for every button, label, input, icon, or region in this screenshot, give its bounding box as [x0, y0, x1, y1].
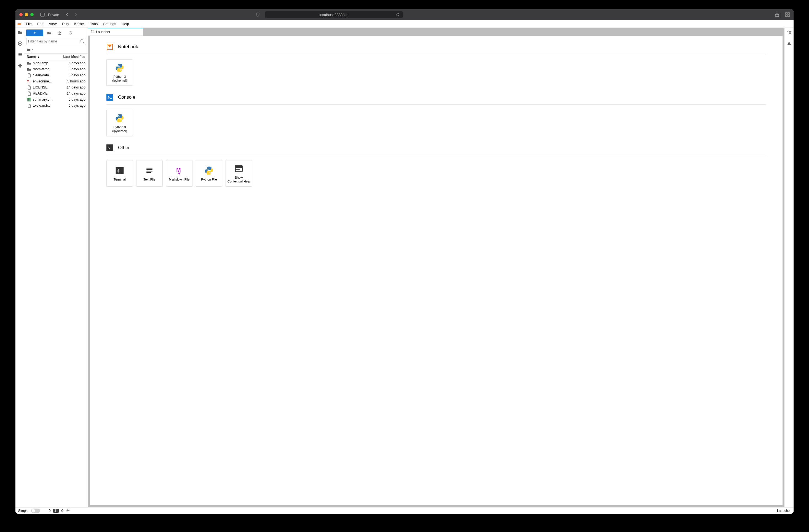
property-inspector-icon[interactable]: [787, 30, 791, 35]
file-row[interactable]: room-temp5 days ago: [24, 66, 88, 72]
window-zoom-button[interactable]: [30, 13, 34, 16]
file-row[interactable]: clean-data5 days ago: [24, 72, 88, 78]
address-bar[interactable]: localhost:8888/lab: [265, 11, 403, 18]
menu-file[interactable]: File: [23, 20, 34, 28]
launcher-card-textfile[interactable]: Text File: [136, 160, 163, 187]
markdown-icon: M: [174, 165, 185, 176]
breadcrumb[interactable]: /: [24, 47, 88, 54]
notebook-section-icon: [106, 43, 113, 50]
running-tab-icon[interactable]: [18, 41, 23, 46]
launcher-card-terminal[interactable]: $_Terminal: [106, 160, 133, 187]
folder-icon: [27, 67, 31, 71]
file-icon: [27, 85, 31, 90]
debugger-icon[interactable]: [787, 41, 791, 47]
file-row[interactable]: high-temp5 days ago: [24, 60, 88, 66]
launcher-card-python[interactable]: Python 3 (ipykernel): [106, 59, 133, 86]
svg-line-55: [788, 42, 789, 42]
simple-mode-toggle[interactable]: [31, 509, 40, 513]
svg-rect-6: [788, 15, 789, 17]
kernels-settings-icon[interactable]: [66, 508, 70, 513]
new-folder-button[interactable]: [45, 30, 54, 36]
menu-kernel[interactable]: Kernel: [71, 20, 87, 28]
share-icon[interactable]: [775, 13, 779, 17]
nav-forward-button[interactable]: [73, 13, 78, 17]
file-row[interactable]: Y:environme…5 hours ago: [24, 78, 88, 84]
status-bar: Simple 0 $_ 0 Launcher: [15, 507, 794, 514]
sidebar-toggle-icon[interactable]: [40, 13, 45, 17]
launcher-card-help[interactable]: Show Contextual Help: [226, 160, 252, 187]
filter-files-box[interactable]: [26, 38, 86, 45]
file-icon: [27, 73, 31, 77]
filebrowser-tab-icon[interactable]: [18, 30, 23, 35]
launcher-section-other: $_Other$_TerminalText FileMMarkdown File…: [106, 144, 766, 187]
menu-run[interactable]: Run: [59, 20, 71, 28]
launcher-section-console: ConsolePython 3 (ipykernel): [106, 94, 766, 136]
file-name: room-temp: [33, 67, 69, 71]
python-icon: [114, 113, 125, 124]
terminals-badge-icon[interactable]: $_: [53, 509, 58, 513]
jupyter-logo[interactable]: [15, 20, 23, 28]
browser-window: Private localhost:8888/lab: [15, 9, 794, 514]
toc-tab-icon[interactable]: [18, 52, 23, 57]
filebrowser-toolbar: +: [24, 28, 88, 38]
svg-rect-3: [786, 13, 787, 14]
file-row[interactable]: to-clean.txt5 days ago: [24, 103, 88, 109]
nav-back-button[interactable]: [65, 13, 69, 17]
menu-view[interactable]: View: [46, 20, 59, 28]
card-label: Python 3 (ipykernel): [108, 125, 131, 133]
address-url-path: /lab: [342, 13, 348, 17]
folder-icon: [27, 61, 31, 65]
window-minimize-button[interactable]: [25, 13, 28, 16]
header-modified[interactable]: Last Modified: [58, 55, 85, 59]
card-label: Python File: [201, 178, 217, 182]
svg-text:$_: $_: [107, 145, 112, 150]
python-icon: [204, 165, 214, 176]
reload-icon[interactable]: [396, 13, 400, 17]
svg-point-50: [788, 42, 790, 45]
launcher-card-python[interactable]: Python 3 (ipykernel): [106, 110, 133, 136]
launcher-card-python[interactable]: Python File: [196, 160, 222, 187]
upload-button[interactable]: [55, 30, 64, 36]
address-url-host: localhost:8888: [320, 13, 343, 17]
svg-rect-4: [788, 13, 789, 14]
file-row[interactable]: summary.c…5 days ago: [24, 96, 88, 103]
menu-settings[interactable]: Settings: [100, 20, 119, 28]
svg-rect-0: [40, 13, 45, 16]
filter-files-input[interactable]: [28, 39, 79, 43]
card-label: Text File: [144, 178, 156, 182]
file-row[interactable]: README14 days ago: [24, 90, 88, 96]
card-label: Python 3 (ipykernel): [108, 75, 131, 83]
svg-point-45: [789, 33, 791, 34]
tab-launcher[interactable]: Launcher: [88, 28, 143, 36]
file-name: to-clean.txt: [33, 104, 69, 107]
svg-marker-28: [108, 45, 112, 48]
menu-help[interactable]: Help: [119, 20, 132, 28]
header-name[interactable]: Name: [27, 55, 36, 59]
filebrowser-panel: +: [24, 28, 88, 507]
privacy-shield-icon[interactable]: [256, 13, 260, 17]
window-close-button[interactable]: [19, 13, 23, 16]
svg-line-56: [790, 42, 790, 42]
launcher-card-markdown[interactable]: MMarkdown File: [166, 160, 192, 187]
menu-tabs[interactable]: Tabs: [87, 20, 100, 28]
svg-rect-20: [27, 98, 30, 101]
tab-label: Launcher: [96, 30, 110, 34]
svg-point-57: [67, 510, 68, 511]
svg-text:$_: $_: [117, 169, 122, 173]
left-activity-bar: [15, 28, 24, 507]
search-icon: [80, 39, 84, 44]
section-label: Other: [118, 145, 130, 150]
card-label: Terminal: [114, 178, 125, 182]
breadcrumb-root: /: [32, 48, 33, 52]
extensions-tab-icon[interactable]: [18, 63, 23, 68]
refresh-button[interactable]: [65, 30, 75, 36]
file-list: high-temp5 days agoroom-temp5 days agocl…: [24, 60, 88, 507]
tabs-overview-icon[interactable]: [785, 13, 790, 17]
new-launcher-button[interactable]: +: [26, 30, 43, 36]
right-activity-bar: [785, 28, 794, 507]
menu-edit[interactable]: Edit: [34, 20, 46, 28]
svg-rect-42: [235, 166, 242, 168]
file-row[interactable]: LICENSE14 days ago: [24, 84, 88, 90]
yaml-icon: Y:: [27, 79, 31, 84]
section-label: Notebook: [118, 44, 138, 50]
